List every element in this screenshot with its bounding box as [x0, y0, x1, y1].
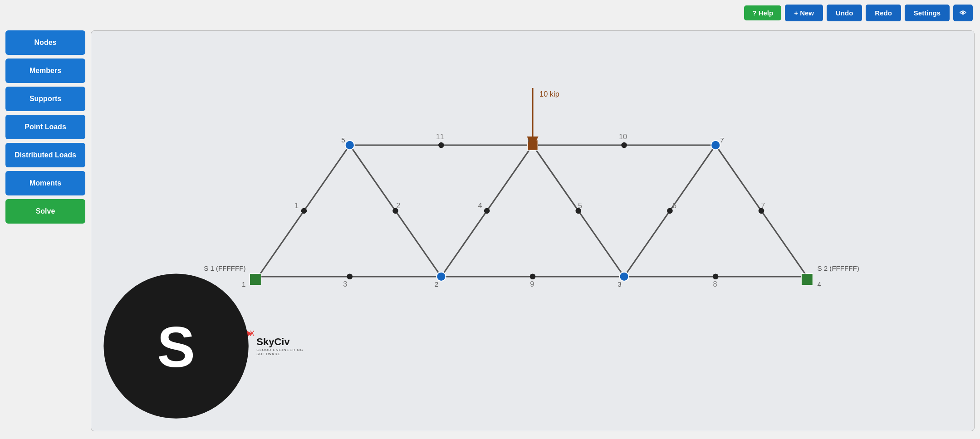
svg-text:1: 1: [294, 201, 299, 210]
svg-point-13: [713, 274, 719, 280]
distributed-loads-button[interactable]: Distributed Loads: [5, 143, 85, 167]
skyciv-logo: S SkyCiv CLOUD ENGINEERING SOFTWARE: [98, 268, 310, 424]
svg-point-11: [347, 274, 353, 280]
header-toolbar: ? Help + New Undo Redo Settings 👁: [0, 0, 980, 26]
svg-text:6: 6: [528, 136, 531, 144]
logo-sub: CLOUD ENGINEERING SOFTWARE: [256, 348, 309, 356]
canvas-area[interactable]: 3 9 8 11 10 1 2 4 5 6 7 5 6 7 2: [91, 30, 975, 431]
svg-point-16: [301, 208, 307, 214]
svg-text:9: 9: [530, 280, 534, 288]
supports-button[interactable]: Supports: [5, 87, 85, 111]
point-loads-button[interactable]: Point Loads: [5, 115, 85, 139]
svg-text:S: S: [157, 315, 195, 379]
svg-point-12: [530, 274, 536, 280]
eye-button[interactable]: 👁: [953, 5, 973, 21]
svg-text:7: 7: [761, 201, 765, 210]
logo-name: SkyCiv: [256, 336, 309, 348]
svg-text:6: 6: [672, 201, 676, 210]
nodes-button[interactable]: Nodes: [5, 30, 85, 55]
svg-text:4: 4: [478, 201, 482, 210]
new-button[interactable]: + New: [785, 5, 823, 21]
svg-point-39: [436, 272, 446, 281]
svg-point-14: [438, 142, 444, 148]
svg-text:7: 7: [720, 136, 724, 144]
sidebar: Nodes Members Supports Point Loads Distr…: [0, 26, 91, 436]
svg-text:3: 3: [617, 280, 621, 288]
svg-text:2: 2: [396, 201, 400, 210]
svg-text:10: 10: [619, 132, 627, 141]
redo-button[interactable]: Redo: [866, 5, 901, 21]
settings-button[interactable]: Settings: [905, 5, 950, 21]
svg-point-41: [620, 272, 629, 281]
solve-button[interactable]: Solve: [5, 199, 85, 224]
moments-button[interactable]: Moments: [5, 171, 85, 195]
svg-text:10 kip: 10 kip: [539, 90, 559, 98]
svg-text:5: 5: [578, 201, 582, 210]
svg-text:2: 2: [435, 280, 438, 288]
svg-point-18: [484, 208, 490, 214]
svg-rect-46: [801, 274, 813, 285]
logo-text: SkyCiv CLOUD ENGINEERING SOFTWARE: [256, 336, 309, 356]
undo-button[interactable]: Undo: [827, 5, 862, 21]
svg-point-15: [621, 142, 627, 148]
members-button[interactable]: Members: [5, 59, 85, 83]
svg-text:4: 4: [817, 280, 821, 288]
svg-text:S 2 (FFFFFF): S 2 (FFFFFF): [817, 264, 859, 272]
svg-text:8: 8: [713, 280, 717, 288]
svg-text:3: 3: [343, 280, 347, 288]
svg-point-33: [345, 141, 354, 150]
svg-point-37: [711, 141, 720, 150]
svg-point-20: [667, 208, 673, 214]
svg-text:11: 11: [436, 132, 444, 141]
svg-text:5: 5: [341, 136, 345, 144]
main-layout: Nodes Members Supports Point Loads Distr…: [0, 26, 980, 436]
help-button[interactable]: ? Help: [744, 5, 781, 20]
